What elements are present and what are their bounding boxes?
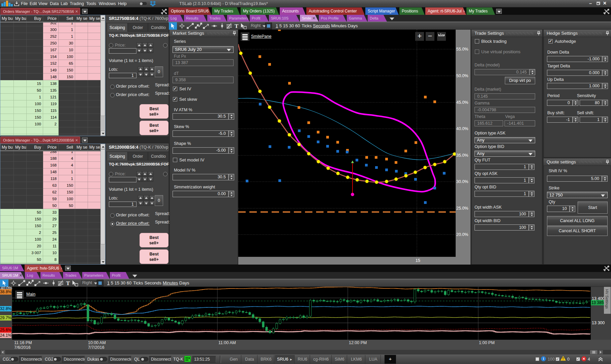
svg-text:T: T (66, 280, 70, 286)
svg-text:T: T (235, 23, 239, 29)
